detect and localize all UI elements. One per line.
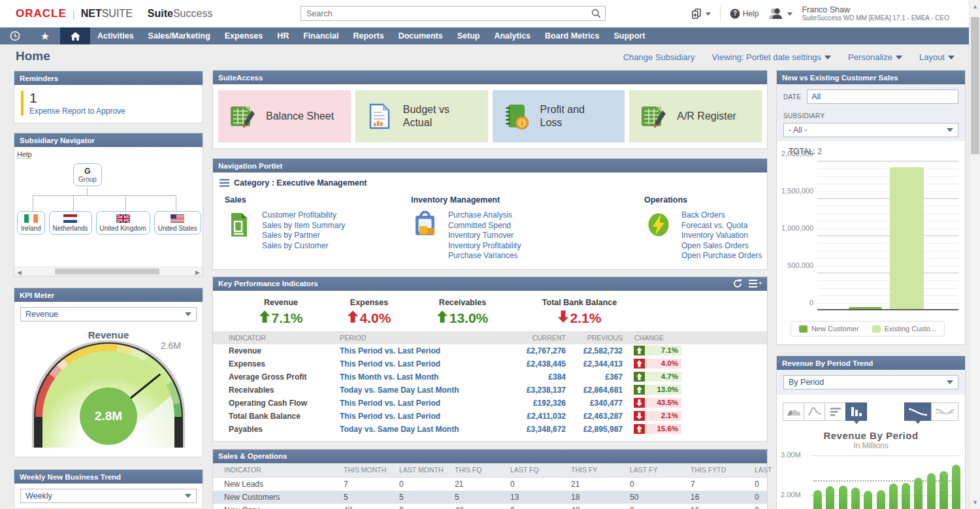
revenue-bar[interactable]: [939, 471, 948, 509]
nav-item[interactable]: HR: [270, 27, 296, 44]
report-link[interactable]: Inventory Turnover: [448, 231, 521, 241]
tile-ar-register[interactable]: A/R Register: [629, 90, 762, 142]
scroll-up-arrow[interactable]: ▲: [970, 3, 980, 10]
nav-item[interactable]: Board Metrics: [538, 27, 606, 44]
help-link[interactable]: Help: [17, 150, 32, 159]
tile-profit-and-loss[interactable]: 1 Profit and Loss: [493, 90, 625, 142]
horizontal-scrollbar[interactable]: ◀ ▶: [14, 267, 203, 276]
vertical-scrollbar[interactable]: ▲ ▼: [969, 0, 980, 509]
subsidiary-select[interactable]: - All -: [783, 123, 958, 137]
report-link[interactable]: Inventory Profitability: [448, 241, 521, 252]
nav-item[interactable]: Activities: [90, 27, 141, 44]
navigation-portlet-header[interactable]: Navigation Portlet: [213, 159, 767, 172]
scrollbar-thumb[interactable]: [55, 269, 159, 274]
tile-budget-vs-actual[interactable]: Budget vs Actual: [355, 90, 488, 142]
personalize-link[interactable]: Personalize: [848, 52, 902, 62]
revenue-bar[interactable]: [902, 483, 910, 509]
context-chart-button[interactable]: [931, 402, 958, 421]
recent-records-button[interactable]: [0, 27, 30, 44]
report-link[interactable]: Inventory Valuation: [681, 231, 762, 241]
nav-item[interactable]: Reports: [346, 27, 391, 44]
portlet-menu-icon[interactable]: [749, 280, 762, 287]
report-link[interactable]: Open Purchase Orders: [681, 251, 762, 261]
shortcuts-button[interactable]: ★: [30, 27, 60, 44]
nav-item[interactable]: Sales/Marketing: [141, 27, 218, 44]
org-node-us[interactable]: United States: [154, 211, 201, 235]
revenue-bar[interactable]: [839, 485, 847, 509]
org-node-group[interactable]: G Group: [73, 163, 102, 186]
report-link[interactable]: Sales by Partner: [262, 231, 345, 241]
scroll-down-arrow[interactable]: ▼: [970, 499, 980, 506]
subsidiary-navigator-header[interactable]: Subsidiary Navigator: [14, 133, 203, 147]
help-button[interactable]: ? Help: [730, 8, 759, 19]
revenue-bar[interactable]: [851, 487, 860, 509]
revenue-bar[interactable]: [914, 478, 923, 509]
bar-existing-customer[interactable]: [890, 167, 924, 309]
sales-ops-row[interactable]: New Customers555131850160: [213, 491, 767, 504]
revenue-bar[interactable]: [952, 465, 960, 509]
sales-ops-header[interactable]: Sales & Operations: [213, 450, 767, 463]
scroll-left-arrow[interactable]: ◀: [17, 269, 22, 276]
chart-type-line-button[interactable]: [804, 402, 825, 421]
report-link[interactable]: Purchase Variances: [448, 251, 521, 261]
nav-item[interactable]: Analytics: [487, 27, 538, 44]
sales-ops-row[interactable]: New Leads7021021070: [213, 478, 767, 491]
report-link[interactable]: Committed Spend: [448, 221, 521, 231]
nav-item[interactable]: Documents: [391, 27, 450, 44]
user-menu[interactable]: [768, 8, 792, 20]
refresh-icon[interactable]: [733, 279, 742, 288]
chart-type-column-button-selected[interactable]: [845, 402, 867, 421]
kpi-meter-select[interactable]: Revenue: [20, 307, 197, 321]
date-input[interactable]: [807, 90, 958, 104]
revenue-bar[interactable]: [813, 490, 822, 509]
revenue-bar[interactable]: [889, 484, 898, 509]
home-tab[interactable]: [60, 27, 90, 44]
revenue-bar[interactable]: [927, 473, 936, 509]
org-node-uk[interactable]: United Kingdom: [96, 211, 150, 235]
nav-item[interactable]: Support: [606, 27, 652, 44]
org-node-ireland[interactable]: Ireland: [17, 211, 45, 235]
report-link[interactable]: Sales by Customer: [262, 241, 345, 252]
tile-balance-sheet[interactable]: Balance Sheet: [218, 90, 351, 142]
search-input[interactable]: [301, 9, 591, 18]
kpi-table-row[interactable]: Average Gross ProfitThis Month vs. Last …: [213, 370, 767, 384]
customer-sales-header[interactable]: New vs Existing Customer Sales: [777, 71, 965, 84]
search-icon[interactable]: [591, 8, 605, 18]
report-link[interactable]: Open Sales Orders: [681, 241, 762, 252]
revenue-bar[interactable]: [864, 491, 872, 509]
chart-type-hbar-button[interactable]: [825, 402, 846, 421]
period-select[interactable]: By Period: [783, 375, 958, 389]
scroll-right-arrow[interactable]: ▶: [195, 269, 200, 276]
revenue-bar[interactable]: [826, 486, 834, 509]
layout-link[interactable]: Layout: [919, 52, 955, 62]
revenue-bar[interactable]: [877, 490, 885, 509]
focus-chart-button-selected[interactable]: [904, 402, 932, 421]
org-node-netherlands[interactable]: Netherlands: [49, 211, 92, 235]
kpi-meter-header[interactable]: KPI Meter: [14, 288, 203, 302]
kpi-table-row[interactable]: ExpensesThis Period vs. Last Period£2,43…: [213, 357, 767, 370]
nav-item[interactable]: Financial: [296, 27, 346, 44]
weekly-trend-select[interactable]: Weekly: [20, 489, 197, 503]
nav-item[interactable]: Expenses: [218, 27, 270, 44]
weekly-trend-header[interactable]: Weekly New Business Trend: [14, 470, 203, 484]
report-link[interactable]: Sales by Item Summary: [262, 221, 345, 231]
reminders-header[interactable]: Reminders: [14, 71, 203, 85]
revenue-trend-header[interactable]: Revenue By Period Trend: [777, 356, 965, 370]
kpi-table-row[interactable]: Operating Cash FlowThis Period vs. Last …: [213, 397, 767, 410]
nav-item[interactable]: Setup: [450, 27, 487, 44]
viewing-settings-link[interactable]: Viewing: Portlet date settings: [712, 52, 831, 62]
report-link[interactable]: Purchase Analysis: [448, 210, 521, 221]
reminder-link[interactable]: Expense Report to Approve: [29, 107, 125, 116]
chart-type-area-button[interactable]: [783, 402, 804, 421]
report-link[interactable]: Back Orders: [681, 210, 762, 221]
change-subsidiary-link[interactable]: Change Subsidiary: [623, 52, 695, 62]
kpi-header[interactable]: Key Performance Indicators: [213, 277, 767, 291]
quick-add-menu[interactable]: [691, 8, 711, 19]
suiteaccess-header[interactable]: SuiteAccess: [213, 71, 767, 84]
kpi-table-row[interactable]: PayablesToday vs. Same Day Last Month£3,…: [213, 423, 767, 436]
kpi-table-row[interactable]: ReceivablesToday vs. Same Day Last Month…: [213, 384, 767, 397]
category-row[interactable]: Category : Executive Management: [213, 172, 767, 189]
scrollbar-thumb[interactable]: [971, 17, 979, 154]
report-link[interactable]: Customer Profitability: [262, 210, 345, 221]
report-link[interactable]: Forecast vs. Quota: [681, 221, 762, 231]
